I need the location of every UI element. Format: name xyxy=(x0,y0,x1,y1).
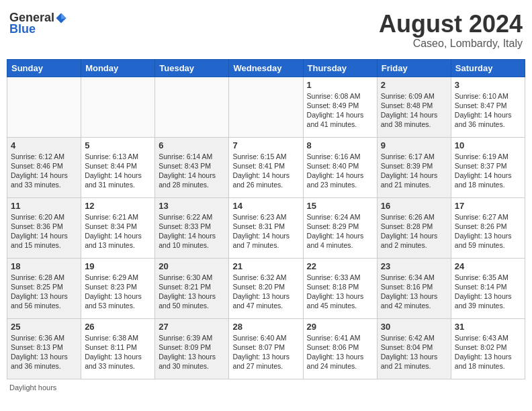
cell-content: Sunrise: 6:35 AM Sunset: 8:14 PM Dayligh… xyxy=(455,273,521,311)
day-number: 3 xyxy=(455,80,521,90)
cal-cell-26: 26Sunrise: 6:38 AM Sunset: 8:11 PM Dayli… xyxy=(81,318,155,379)
day-header-monday: Monday xyxy=(81,59,155,77)
calendar-header-row: SundayMondayTuesdayWednesdayThursdayFrid… xyxy=(7,59,525,77)
cell-content: Sunrise: 6:38 AM Sunset: 8:11 PM Dayligh… xyxy=(85,333,151,371)
cal-cell-15: 15Sunrise: 6:24 AM Sunset: 8:29 PM Dayli… xyxy=(303,197,377,258)
day-number: 22 xyxy=(307,261,373,271)
day-number: 1 xyxy=(307,80,373,90)
day-number: 23 xyxy=(381,261,447,271)
cal-cell-14: 14Sunrise: 6:23 AM Sunset: 8:31 PM Dayli… xyxy=(229,197,303,258)
day-number: 8 xyxy=(307,140,373,150)
cell-content: Sunrise: 6:15 AM Sunset: 8:41 PM Dayligh… xyxy=(232,152,299,190)
day-header-thursday: Thursday xyxy=(303,59,377,77)
cell-content: Sunrise: 6:19 AM Sunset: 8:37 PM Dayligh… xyxy=(455,152,521,190)
day-number: 26 xyxy=(85,322,151,332)
cal-cell-25: 25Sunrise: 6:36 AM Sunset: 8:13 PM Dayli… xyxy=(7,318,81,379)
cal-cell-4: 4Sunrise: 6:12 AM Sunset: 8:46 PM Daylig… xyxy=(7,137,81,197)
day-number: 31 xyxy=(455,322,521,332)
cell-content: Sunrise: 6:10 AM Sunset: 8:47 PM Dayligh… xyxy=(455,91,521,130)
cal-cell-6: 6Sunrise: 6:14 AM Sunset: 8:43 PM Daylig… xyxy=(155,137,229,197)
cell-content: Sunrise: 6:40 AM Sunset: 8:07 PM Dayligh… xyxy=(232,333,299,371)
calendar-week-3: 11Sunrise: 6:20 AM Sunset: 8:36 PM Dayli… xyxy=(7,197,525,258)
day-header-wednesday: Wednesday xyxy=(229,59,303,77)
day-number: 11 xyxy=(11,201,77,211)
cal-cell-24: 24Sunrise: 6:35 AM Sunset: 8:14 PM Dayli… xyxy=(451,258,525,318)
cal-cell-10: 10Sunrise: 6:19 AM Sunset: 8:37 PM Dayli… xyxy=(451,137,525,197)
day-number: 10 xyxy=(455,140,521,150)
cal-cell-21: 21Sunrise: 6:32 AM Sunset: 8:20 PM Dayli… xyxy=(229,258,303,318)
footer-label: Daylight hours xyxy=(9,383,56,392)
day-number: 16 xyxy=(381,201,447,211)
cal-cell-3: 3Sunrise: 6:10 AM Sunset: 8:47 PM Daylig… xyxy=(451,77,525,137)
calendar-week-4: 18Sunrise: 6:28 AM Sunset: 8:25 PM Dayli… xyxy=(7,258,525,318)
day-number: 21 xyxy=(232,261,299,271)
day-number: 7 xyxy=(232,140,299,150)
day-number: 20 xyxy=(159,261,225,271)
cell-content: Sunrise: 6:39 AM Sunset: 8:09 PM Dayligh… xyxy=(159,333,225,371)
calendar-week-2: 4Sunrise: 6:12 AM Sunset: 8:46 PM Daylig… xyxy=(7,137,525,197)
cell-content: Sunrise: 6:27 AM Sunset: 8:26 PM Dayligh… xyxy=(455,212,521,250)
cal-cell-31: 31Sunrise: 6:43 AM Sunset: 8:02 PM Dayli… xyxy=(451,318,525,379)
cell-content: Sunrise: 6:42 AM Sunset: 8:04 PM Dayligh… xyxy=(381,333,447,371)
cell-content: Sunrise: 6:21 AM Sunset: 8:34 PM Dayligh… xyxy=(85,212,151,250)
cell-content: Sunrise: 6:30 AM Sunset: 8:21 PM Dayligh… xyxy=(159,273,225,311)
cal-cell-1: 1Sunrise: 6:08 AM Sunset: 8:49 PM Daylig… xyxy=(303,77,377,137)
calendar-table: SundayMondayTuesdayWednesdayThursdayFrid… xyxy=(7,59,525,379)
calendar-title: August 2024 xyxy=(379,11,523,38)
cal-cell-18: 18Sunrise: 6:28 AM Sunset: 8:25 PM Dayli… xyxy=(7,258,81,318)
day-header-tuesday: Tuesday xyxy=(155,59,229,77)
cell-content: Sunrise: 6:28 AM Sunset: 8:25 PM Dayligh… xyxy=(11,273,77,311)
day-number: 4 xyxy=(11,140,77,150)
cal-cell-13: 13Sunrise: 6:22 AM Sunset: 8:33 PM Dayli… xyxy=(155,197,229,258)
day-number: 24 xyxy=(455,261,521,271)
cell-content: Sunrise: 6:22 AM Sunset: 8:33 PM Dayligh… xyxy=(159,212,225,250)
cell-content: Sunrise: 6:14 AM Sunset: 8:43 PM Dayligh… xyxy=(159,152,225,190)
day-number: 12 xyxy=(85,201,151,211)
cal-cell-20: 20Sunrise: 6:30 AM Sunset: 8:21 PM Dayli… xyxy=(155,258,229,318)
cal-cell-28: 28Sunrise: 6:40 AM Sunset: 8:07 PM Dayli… xyxy=(229,318,303,379)
cell-content: Sunrise: 6:20 AM Sunset: 8:36 PM Dayligh… xyxy=(11,212,77,250)
cal-cell-19: 19Sunrise: 6:29 AM Sunset: 8:23 PM Dayli… xyxy=(81,258,155,318)
footer-daylight: Daylight hours xyxy=(7,383,525,392)
calendar-week-1: 1Sunrise: 6:08 AM Sunset: 8:49 PM Daylig… xyxy=(7,77,525,137)
calendar-subtitle: Caseo, Lombardy, Italy xyxy=(379,38,523,50)
cal-cell-11: 11Sunrise: 6:20 AM Sunset: 8:36 PM Dayli… xyxy=(7,197,81,258)
day-number: 15 xyxy=(307,201,373,211)
day-number: 2 xyxy=(381,80,447,90)
calendar-week-5: 25Sunrise: 6:36 AM Sunset: 8:13 PM Dayli… xyxy=(7,318,525,379)
cal-cell-22: 22Sunrise: 6:33 AM Sunset: 8:18 PM Dayli… xyxy=(303,258,377,318)
logo-text-blue: Blue xyxy=(9,22,36,36)
day-number: 18 xyxy=(11,261,77,271)
cal-cell-empty-1 xyxy=(81,77,155,137)
day-number: 25 xyxy=(11,322,77,332)
cell-content: Sunrise: 6:16 AM Sunset: 8:40 PM Dayligh… xyxy=(307,152,373,190)
logo: General Blue xyxy=(9,11,67,36)
day-header-sunday: Sunday xyxy=(7,59,81,77)
cal-cell-empty-2 xyxy=(155,77,229,137)
cal-cell-empty-3 xyxy=(229,77,303,137)
day-number: 19 xyxy=(85,261,151,271)
logo-icon xyxy=(55,12,67,24)
cell-content: Sunrise: 6:26 AM Sunset: 8:28 PM Dayligh… xyxy=(381,212,447,250)
page-header: General Blue August 2024 Caseo, Lombardy… xyxy=(7,7,525,54)
day-header-friday: Friday xyxy=(377,59,451,77)
cell-content: Sunrise: 6:13 AM Sunset: 8:44 PM Dayligh… xyxy=(85,152,151,190)
cell-content: Sunrise: 6:36 AM Sunset: 8:13 PM Dayligh… xyxy=(11,333,77,371)
day-number: 9 xyxy=(381,140,447,150)
cell-content: Sunrise: 6:09 AM Sunset: 8:48 PM Dayligh… xyxy=(381,91,447,130)
cell-content: Sunrise: 6:08 AM Sunset: 8:49 PM Dayligh… xyxy=(307,91,373,130)
svg-marker-1 xyxy=(61,13,66,19)
cal-cell-9: 9Sunrise: 6:17 AM Sunset: 8:39 PM Daylig… xyxy=(377,137,451,197)
cal-cell-29: 29Sunrise: 6:41 AM Sunset: 8:06 PM Dayli… xyxy=(303,318,377,379)
day-number: 29 xyxy=(307,322,373,332)
day-number: 17 xyxy=(455,201,521,211)
day-number: 5 xyxy=(85,140,151,150)
cell-content: Sunrise: 6:33 AM Sunset: 8:18 PM Dayligh… xyxy=(307,273,373,311)
cal-cell-5: 5Sunrise: 6:13 AM Sunset: 8:44 PM Daylig… xyxy=(81,137,155,197)
cell-content: Sunrise: 6:12 AM Sunset: 8:46 PM Dayligh… xyxy=(11,152,77,190)
day-number: 13 xyxy=(159,201,225,211)
cal-cell-8: 8Sunrise: 6:16 AM Sunset: 8:40 PM Daylig… xyxy=(303,137,377,197)
cal-cell-empty-0 xyxy=(7,77,81,137)
cal-cell-2: 2Sunrise: 6:09 AM Sunset: 8:48 PM Daylig… xyxy=(377,77,451,137)
day-header-saturday: Saturday xyxy=(451,59,525,77)
